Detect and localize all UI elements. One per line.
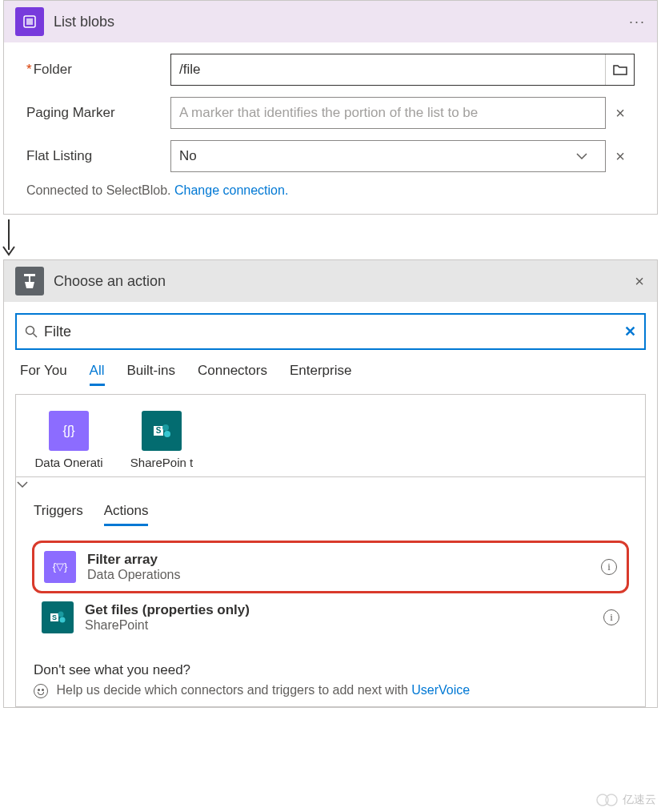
footer-note: Don't see what you need? Help us decide … — [16, 645, 645, 706]
connector-data-operations[interactable]: {∫} Data Onerati — [34, 411, 104, 470]
connector-label: SharePoin t — [126, 456, 197, 470]
action-list: {▽} Filter array Data Operations i S Get… — [16, 533, 645, 645]
paging-marker-row: Paging Marker A marker that identifies t… — [26, 97, 635, 129]
results-panel: {∫} Data Onerati S SharePoin t Triggers … — [15, 394, 646, 707]
chevron-down-icon — [576, 153, 605, 159]
connector-grid: {∫} Data Onerati S SharePoin t — [16, 395, 645, 476]
svg-point-16 — [60, 617, 66, 623]
folder-row: *Folder /file — [26, 54, 635, 86]
trigger-action-tabs: Triggers Actions — [16, 492, 645, 533]
paging-marker-input[interactable]: A marker that identifies the portion of … — [170, 97, 606, 129]
choose-action-title: Choose an action — [54, 273, 633, 290]
action-title: Filter array — [87, 552, 181, 568]
svg-point-10 — [162, 424, 169, 431]
action-filter-array[interactable]: {▽} Filter array Data Operations i — [32, 541, 629, 593]
action-subtitle: SharePoint — [85, 618, 250, 633]
data-operations-icon: {∫} — [49, 411, 89, 451]
folder-label: *Folder — [26, 62, 170, 78]
choose-action-card: Choose an action × Filte ✕ For You All B… — [3, 259, 658, 708]
category-tabs: For You All Built-ins Connectors Enterpr… — [4, 350, 657, 394]
info-icon[interactable]: i — [603, 609, 619, 625]
list-blobs-card: List blobs ··· *Folder /file Paging Mark… — [3, 0, 658, 215]
folder-input[interactable]: /file — [170, 54, 635, 86]
tab-enterprise[interactable]: Enterprise — [290, 363, 351, 386]
action-icon — [15, 267, 44, 295]
list-blobs-header[interactable]: List blobs ··· — [4, 1, 657, 42]
folder-value: /file — [171, 62, 605, 78]
search-value: Filte — [44, 324, 624, 340]
sharepoint-icon: S — [142, 411, 182, 451]
sub-tab-actions[interactable]: Actions — [104, 503, 149, 526]
list-blobs-body: *Folder /file Paging Marker A marker tha… — [4, 42, 657, 214]
list-blobs-title: List blobs — [54, 14, 629, 30]
search-icon — [25, 325, 38, 338]
info-icon[interactable]: i — [601, 559, 617, 575]
folder-picker-icon[interactable] — [605, 54, 634, 85]
flat-listing-label: Flat Listing — [26, 148, 170, 164]
paging-marker-clear-icon[interactable]: × — [606, 104, 635, 123]
smile-icon — [34, 684, 48, 698]
action-title: Get files (properties only) — [85, 602, 250, 618]
svg-text:S: S — [156, 426, 162, 435]
connector-sharepoint[interactable]: S SharePoin t — [126, 411, 197, 470]
flat-listing-value: No — [171, 148, 576, 164]
paging-marker-label: Paging Marker — [26, 105, 170, 121]
connector-label: Data Onerati — [34, 456, 104, 470]
svg-point-5 — [26, 327, 34, 335]
uservoice-link[interactable]: UserVoice — [411, 683, 470, 697]
sub-tab-triggers[interactable]: Triggers — [34, 503, 83, 526]
svg-line-6 — [34, 334, 38, 338]
flat-listing-select[interactable]: No — [170, 140, 606, 172]
svg-text:{∫}: {∫} — [62, 424, 75, 438]
svg-rect-1 — [26, 18, 33, 25]
search-input[interactable]: Filte ✕ — [15, 313, 646, 350]
connection-info: Connected to SelectBlob. Change connecti… — [26, 183, 635, 198]
search-container: Filte ✕ — [4, 302, 657, 350]
more-menu-icon[interactable]: ··· — [629, 14, 646, 30]
flat-listing-clear-icon[interactable]: × — [606, 147, 635, 166]
search-clear-icon[interactable]: ✕ — [624, 323, 636, 340]
tab-built-ins[interactable]: Built-ins — [127, 363, 175, 386]
svg-point-11 — [164, 431, 170, 437]
close-icon[interactable]: × — [633, 269, 646, 294]
collapse-toggle[interactable] — [16, 476, 645, 492]
tab-all[interactable]: All — [90, 363, 105, 386]
action-get-files[interactable]: S Get files (properties only) SharePoint… — [32, 593, 629, 641]
action-text: Get files (properties only) SharePoint — [85, 602, 250, 633]
flow-arrow-icon — [0, 215, 661, 259]
flat-listing-row: Flat Listing No × — [26, 140, 635, 172]
svg-point-15 — [58, 612, 64, 617]
tab-connectors[interactable]: Connectors — [198, 363, 267, 386]
svg-text:{▽}: {▽} — [53, 561, 68, 573]
data-operations-icon: {▽} — [44, 551, 76, 583]
tab-for-you[interactable]: For You — [20, 363, 67, 386]
action-text: Filter array Data Operations — [87, 552, 181, 582]
choose-action-header: Choose an action × — [4, 260, 657, 302]
blob-icon — [15, 7, 44, 36]
footer-help: Help us decide which connectors and trig… — [34, 683, 627, 698]
svg-rect-3 — [24, 274, 35, 276]
footer-question: Don't see what you need? — [34, 662, 627, 678]
change-connection-link[interactable]: Change connection. — [174, 183, 288, 197]
sharepoint-icon: S — [42, 601, 74, 633]
action-subtitle: Data Operations — [87, 568, 181, 582]
svg-text:S: S — [52, 613, 57, 621]
